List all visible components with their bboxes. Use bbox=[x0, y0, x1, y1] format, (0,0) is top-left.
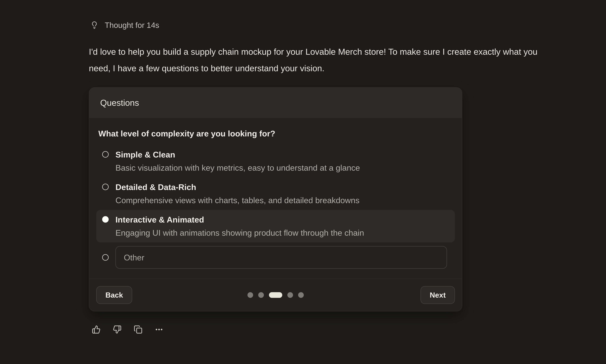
copy-icon[interactable] bbox=[134, 325, 143, 334]
radio-selected-icon[interactable] bbox=[102, 216, 109, 223]
assistant-message: I'd love to help you build a supply chai… bbox=[89, 44, 542, 77]
option-label: Detailed & Data-Rich bbox=[115, 181, 360, 194]
option-interactive-animated[interactable]: Interactive & Animated Engaging UI with … bbox=[96, 210, 455, 242]
option-description: Comprehensive views with charts, tables,… bbox=[115, 194, 360, 207]
options-list: Simple & Clean Basic visualization with … bbox=[96, 145, 455, 269]
option-description: Engaging UI with animations showing prod… bbox=[115, 226, 364, 239]
option-simple-clean[interactable]: Simple & Clean Basic visualization with … bbox=[96, 145, 455, 177]
card-header: Questions bbox=[89, 88, 462, 118]
pagination-dot-2[interactable] bbox=[258, 292, 264, 298]
next-button[interactable]: Next bbox=[420, 286, 455, 304]
radio-unselected-icon[interactable] bbox=[102, 151, 109, 158]
back-button[interactable]: Back bbox=[96, 286, 132, 304]
thought-toggle[interactable]: Thought for 14s bbox=[90, 21, 159, 30]
message-actions bbox=[92, 325, 163, 334]
option-description: Basic visualization with key metrics, ea… bbox=[115, 161, 360, 174]
card-body: What level of complexity are you looking… bbox=[89, 118, 462, 279]
thought-label: Thought for 14s bbox=[105, 21, 159, 30]
questions-card: Questions What level of complexity are y… bbox=[89, 87, 462, 312]
pagination-dot-3-active[interactable] bbox=[269, 292, 282, 298]
question-text: What level of complexity are you looking… bbox=[98, 129, 455, 139]
other-input[interactable] bbox=[115, 246, 447, 269]
card-title: Questions bbox=[100, 98, 139, 108]
radio-unselected-icon[interactable] bbox=[102, 254, 109, 261]
card-footer: Back Next bbox=[89, 279, 462, 311]
more-options-icon[interactable] bbox=[155, 325, 163, 334]
option-label: Interactive & Animated bbox=[115, 213, 364, 226]
pagination-dot-5[interactable] bbox=[298, 292, 304, 298]
option-other[interactable] bbox=[96, 246, 455, 269]
pagination-dot-4[interactable] bbox=[287, 292, 293, 298]
pagination-dots bbox=[247, 292, 304, 298]
radio-unselected-icon[interactable] bbox=[102, 184, 109, 190]
pagination-dot-1[interactable] bbox=[247, 292, 253, 298]
lightbulb-icon bbox=[90, 21, 98, 29]
option-label: Simple & Clean bbox=[115, 148, 360, 161]
option-detailed-data-rich[interactable]: Detailed & Data-Rich Comprehensive views… bbox=[96, 177, 455, 210]
thumbs-down-icon[interactable] bbox=[113, 325, 121, 334]
thumbs-up-icon[interactable] bbox=[92, 325, 101, 334]
